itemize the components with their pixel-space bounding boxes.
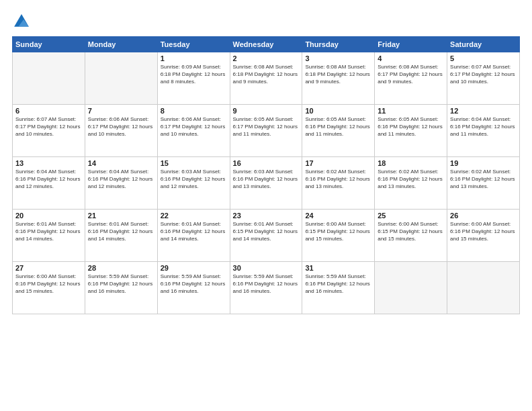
calendar-header-row: Sunday Monday Tuesday Wednesday Thursday… [13,37,520,52]
table-row: 13Sunrise: 6:04 AM Sunset: 6:16 PM Dayli… [13,157,85,210]
day-number: 9 [233,107,300,115]
cell-info: Sunrise: 6:07 AM Sunset: 6:17 PM Dayligh… [15,116,82,138]
table-row: 1Sunrise: 6:09 AM Sunset: 6:18 PM Daylig… [157,52,230,105]
day-number: 27 [15,264,82,272]
day-number: 18 [378,159,444,167]
table-row: 24Sunrise: 6:00 AM Sunset: 6:15 PM Dayli… [302,210,375,262]
day-number: 21 [88,212,154,220]
table-row [447,262,520,314]
day-number: 11 [378,107,444,115]
day-number: 14 [88,159,154,167]
table-row: 2Sunrise: 6:08 AM Sunset: 6:18 PM Daylig… [230,52,302,105]
day-number: 17 [305,159,371,167]
table-row: 7Sunrise: 6:06 AM Sunset: 6:17 PM Daylig… [85,105,157,157]
table-row [85,52,157,105]
table-row: 4Sunrise: 6:08 AM Sunset: 6:17 PM Daylig… [375,52,447,105]
table-row: 17Sunrise: 6:02 AM Sunset: 6:16 PM Dayli… [302,157,375,210]
day-number: 31 [305,264,371,272]
table-row: 29Sunrise: 5:59 AM Sunset: 6:16 PM Dayli… [157,262,230,314]
table-row: 31Sunrise: 5:59 AM Sunset: 6:16 PM Dayli… [302,262,375,314]
table-row: 3Sunrise: 6:08 AM Sunset: 6:18 PM Daylig… [302,52,375,105]
table-row: 28Sunrise: 5:59 AM Sunset: 6:16 PM Dayli… [85,262,157,314]
cell-info: Sunrise: 6:03 AM Sunset: 6:16 PM Dayligh… [161,168,227,191]
table-row: 23Sunrise: 6:01 AM Sunset: 6:15 PM Dayli… [230,210,302,262]
day-number: 29 [161,264,227,272]
day-number: 24 [305,212,371,220]
page: Sunday Monday Tuesday Wednesday Thursday… [0,0,532,411]
cell-info: Sunrise: 6:01 AM Sunset: 6:16 PM Dayligh… [15,220,82,243]
cell-info: Sunrise: 6:02 AM Sunset: 6:16 PM Dayligh… [450,168,517,191]
calendar-week-row: 6Sunrise: 6:07 AM Sunset: 6:17 PM Daylig… [13,105,520,157]
day-number: 13 [15,159,82,167]
cell-info: Sunrise: 6:01 AM Sunset: 6:16 PM Dayligh… [161,220,227,243]
cell-info: Sunrise: 6:08 AM Sunset: 6:18 PM Dayligh… [305,63,371,86]
logo-icon [12,12,31,31]
table-row: 22Sunrise: 6:01 AM Sunset: 6:16 PM Dayli… [157,210,230,262]
cell-info: Sunrise: 6:05 AM Sunset: 6:16 PM Dayligh… [378,116,444,138]
cell-info: Sunrise: 6:05 AM Sunset: 6:16 PM Dayligh… [305,116,371,138]
table-row: 11Sunrise: 6:05 AM Sunset: 6:16 PM Dayli… [375,105,447,157]
cell-info: Sunrise: 6:04 AM Sunset: 6:16 PM Dayligh… [450,116,517,138]
day-number: 7 [88,107,154,115]
table-row: 27Sunrise: 6:00 AM Sunset: 6:16 PM Dayli… [13,262,85,314]
calendar-week-row: 20Sunrise: 6:01 AM Sunset: 6:16 PM Dayli… [13,210,520,262]
cell-info: Sunrise: 6:09 AM Sunset: 6:18 PM Dayligh… [161,63,227,86]
cell-info: Sunrise: 5:59 AM Sunset: 6:16 PM Dayligh… [305,273,371,295]
cell-info: Sunrise: 5:59 AM Sunset: 6:16 PM Dayligh… [233,273,300,295]
cell-info: Sunrise: 6:04 AM Sunset: 6:16 PM Dayligh… [15,168,82,191]
day-number: 28 [88,264,154,272]
cell-info: Sunrise: 5:59 AM Sunset: 6:16 PM Dayligh… [88,273,154,295]
day-number: 30 [233,264,300,272]
day-number: 22 [161,212,227,220]
table-row: 19Sunrise: 6:02 AM Sunset: 6:16 PM Dayli… [447,157,520,210]
col-tuesday: Tuesday [157,37,230,52]
calendar-table: Sunday Monday Tuesday Wednesday Thursday… [12,36,520,314]
calendar-week-row: 13Sunrise: 6:04 AM Sunset: 6:16 PM Dayli… [13,157,520,210]
col-monday: Monday [85,37,157,52]
day-number: 25 [378,212,444,220]
table-row: 5Sunrise: 6:07 AM Sunset: 6:17 PM Daylig… [447,52,520,105]
table-row: 8Sunrise: 6:06 AM Sunset: 6:17 PM Daylig… [157,105,230,157]
table-row: 21Sunrise: 6:01 AM Sunset: 6:16 PM Dayli… [85,210,157,262]
table-row [375,262,447,314]
table-row: 18Sunrise: 6:02 AM Sunset: 6:16 PM Dayli… [375,157,447,210]
cell-info: Sunrise: 6:05 AM Sunset: 6:17 PM Dayligh… [233,116,300,138]
table-row: 20Sunrise: 6:01 AM Sunset: 6:16 PM Dayli… [13,210,85,262]
cell-info: Sunrise: 6:02 AM Sunset: 6:16 PM Dayligh… [305,168,371,191]
cell-info: Sunrise: 6:04 AM Sunset: 6:16 PM Dayligh… [88,168,154,191]
col-wednesday: Wednesday [230,37,302,52]
cell-info: Sunrise: 6:00 AM Sunset: 6:16 PM Dayligh… [15,273,82,295]
table-row: 6Sunrise: 6:07 AM Sunset: 6:17 PM Daylig… [13,105,85,157]
cell-info: Sunrise: 6:06 AM Sunset: 6:17 PM Dayligh… [88,116,154,138]
table-row [13,52,85,105]
cell-info: Sunrise: 6:08 AM Sunset: 6:18 PM Dayligh… [233,63,300,86]
cell-info: Sunrise: 6:07 AM Sunset: 6:17 PM Dayligh… [450,63,517,86]
table-row: 30Sunrise: 5:59 AM Sunset: 6:16 PM Dayli… [230,262,302,314]
day-number: 1 [161,54,227,62]
table-row: 14Sunrise: 6:04 AM Sunset: 6:16 PM Dayli… [85,157,157,210]
day-number: 10 [305,107,371,115]
day-number: 6 [15,107,82,115]
calendar-week-row: 1Sunrise: 6:09 AM Sunset: 6:18 PM Daylig… [13,52,520,105]
table-row: 25Sunrise: 6:00 AM Sunset: 6:15 PM Dayli… [375,210,447,262]
day-number: 15 [161,159,227,167]
day-number: 3 [305,54,371,62]
cell-info: Sunrise: 5:59 AM Sunset: 6:16 PM Dayligh… [161,273,227,295]
col-sunday: Sunday [13,37,85,52]
cell-info: Sunrise: 6:06 AM Sunset: 6:17 PM Dayligh… [161,116,227,138]
cell-info: Sunrise: 6:00 AM Sunset: 6:16 PM Dayligh… [450,220,517,243]
day-number: 2 [233,54,300,62]
calendar-week-row: 27Sunrise: 6:00 AM Sunset: 6:16 PM Dayli… [13,262,520,314]
table-row: 12Sunrise: 6:04 AM Sunset: 6:16 PM Dayli… [447,105,520,157]
col-thursday: Thursday [302,37,375,52]
table-row: 9Sunrise: 6:05 AM Sunset: 6:17 PM Daylig… [230,105,302,157]
day-number: 5 [450,54,517,62]
day-number: 26 [450,212,517,220]
cell-info: Sunrise: 6:03 AM Sunset: 6:16 PM Dayligh… [233,168,300,191]
day-number: 23 [233,212,300,220]
cell-info: Sunrise: 6:01 AM Sunset: 6:16 PM Dayligh… [88,220,154,243]
day-number: 4 [378,54,444,62]
cell-info: Sunrise: 6:08 AM Sunset: 6:17 PM Dayligh… [378,63,444,86]
table-row: 10Sunrise: 6:05 AM Sunset: 6:16 PM Dayli… [302,105,375,157]
table-row: 26Sunrise: 6:00 AM Sunset: 6:16 PM Dayli… [447,210,520,262]
